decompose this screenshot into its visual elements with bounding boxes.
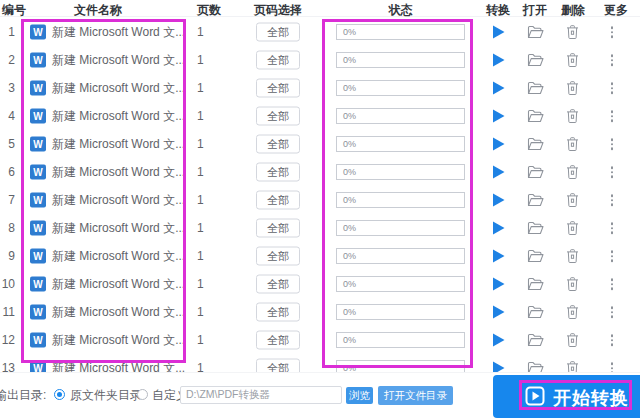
table-rows: 1 W 新建 Microsoft Word 文... 1 全部 0% [0,18,640,372]
row-number: 6 [0,165,15,179]
page-select-button[interactable]: 全部 [256,163,300,182]
browse-button[interactable]: 浏览 [346,387,373,404]
delete-trash-icon[interactable] [566,165,579,180]
page-count: 1 [197,361,204,372]
convert-play-icon[interactable] [492,361,505,372]
page-count: 1 [197,81,204,95]
more-options-icon[interactable] [607,166,617,178]
page-select-button[interactable]: 全部 [256,219,300,238]
page-select-button[interactable]: 全部 [256,303,300,322]
page-select-button[interactable]: 全部 [256,359,300,373]
progress-bar: 0% [336,108,465,124]
radio-custom[interactable] [137,389,148,400]
progress-bar: 0% [336,248,465,264]
word-file-icon: W [30,277,46,292]
open-folder-icon[interactable] [527,277,544,291]
word-file-icon: W [30,249,46,264]
page-select-button[interactable]: 全部 [256,247,300,266]
convert-play-icon[interactable] [492,249,505,263]
convert-play-icon[interactable] [492,221,505,235]
page-select-button[interactable]: 全部 [256,275,300,294]
convert-play-icon[interactable] [492,165,505,179]
delete-trash-icon[interactable] [566,109,579,124]
custom-path-input[interactable] [180,386,342,404]
open-folder-icon[interactable] [527,25,544,39]
more-options-icon[interactable] [607,278,617,290]
page-select-button[interactable]: 全部 [256,135,300,154]
more-options-icon[interactable] [607,54,617,66]
delete-trash-icon[interactable] [566,277,579,292]
open-folder-icon[interactable] [527,249,544,263]
page-count: 1 [197,193,204,207]
delete-trash-icon[interactable] [566,305,579,320]
more-options-icon[interactable] [607,110,617,122]
open-folder-icon[interactable] [527,221,544,235]
more-options-icon[interactable] [607,222,617,234]
progress-bar: 0% [336,360,465,372]
more-options-icon[interactable] [607,362,617,372]
open-folder-icon[interactable] [527,53,544,67]
delete-trash-icon[interactable] [566,137,579,152]
row-number: 2 [0,53,15,67]
open-folder-icon[interactable] [527,165,544,179]
page-select-button[interactable]: 全部 [256,191,300,210]
more-options-icon[interactable] [607,194,617,206]
delete-trash-icon[interactable] [566,249,579,264]
delete-trash-icon[interactable] [566,193,579,208]
word-file-icon: W [30,53,46,68]
header-page-select: 页码选择 [254,2,302,19]
more-options-icon[interactable] [607,306,617,318]
more-options-icon[interactable] [607,82,617,94]
table-row: 4 W 新建 Microsoft Word 文... 1 全部 0% [0,102,640,130]
open-folder-icon[interactable] [527,109,544,123]
word-file-icon: W [30,193,46,208]
open-folder-icon[interactable] [527,305,544,319]
table-row: 1 W 新建 Microsoft Word 文... 1 全部 0% [0,18,640,46]
convert-play-icon[interactable] [492,277,505,291]
row-number: 7 [0,193,15,207]
open-dir-button[interactable]: 打开文件目录 [378,386,453,405]
convert-play-icon[interactable] [492,25,505,39]
word-file-icon: W [30,109,46,124]
more-options-icon[interactable] [607,334,617,346]
convert-play-icon[interactable] [492,53,505,67]
convert-play-icon[interactable] [492,109,505,123]
radio-original-folder[interactable] [54,389,65,400]
open-folder-icon[interactable] [527,361,544,372]
more-options-icon[interactable] [607,26,617,38]
page-count: 1 [197,221,204,235]
delete-trash-icon[interactable] [566,221,579,236]
open-folder-icon[interactable] [527,81,544,95]
more-options-icon[interactable] [607,250,617,262]
page-select-button[interactable]: 全部 [256,51,300,70]
progress-bar: 0% [336,192,465,208]
page-select-button[interactable]: 全部 [256,331,300,350]
delete-trash-icon[interactable] [566,53,579,68]
convert-play-icon[interactable] [492,305,505,319]
header-filename: 文件名称 [52,2,144,19]
page-count: 1 [197,277,204,291]
open-folder-icon[interactable] [527,333,544,347]
convert-play-icon[interactable] [492,137,505,151]
page-count: 1 [197,305,204,319]
progress-bar: 0% [336,52,465,68]
open-folder-icon[interactable] [527,193,544,207]
convert-play-icon[interactable] [492,81,505,95]
delete-trash-icon[interactable] [566,25,579,40]
start-convert-button[interactable]: 开始转换 [493,375,640,418]
table-row: 9 W 新建 Microsoft Word 文... 1 全部 0% [0,242,640,270]
file-name: 新建 Microsoft Word 文... [52,332,185,349]
convert-play-icon[interactable] [492,333,505,347]
row-number: 4 [0,109,15,123]
page-select-button[interactable]: 全部 [256,79,300,98]
delete-trash-icon[interactable] [566,333,579,348]
open-folder-icon[interactable] [527,137,544,151]
delete-trash-icon[interactable] [566,361,579,373]
convert-play-icon[interactable] [492,193,505,207]
more-options-icon[interactable] [607,138,617,150]
table-row: 13 W 新建 Microsoft Word 文... 1 全部 0% [0,354,640,372]
page-select-button[interactable]: 全部 [256,107,300,126]
word-file-icon: W [30,305,46,320]
page-select-button[interactable]: 全部 [256,23,300,42]
delete-trash-icon[interactable] [566,81,579,96]
